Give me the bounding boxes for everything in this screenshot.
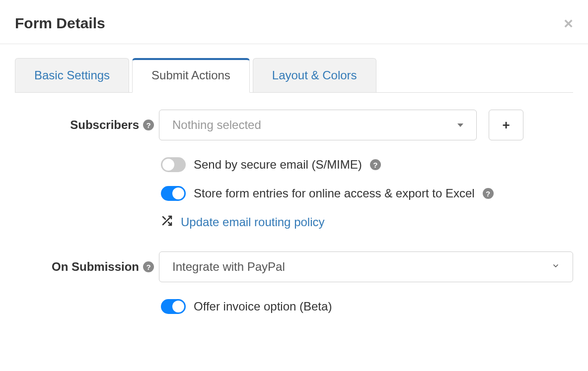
on-submission-row: On Submission ? Integrate with PayPal [15, 251, 573, 282]
add-subscriber-button[interactable]: + [489, 110, 523, 140]
routing-policy-row: Update email routing policy [161, 208, 573, 237]
subscribers-label-text: Subscribers [70, 118, 139, 132]
chevron-down-icon [552, 262, 560, 272]
store-entries-label: Store form entries for online access & e… [194, 186, 475, 200]
store-entries-toggle[interactable] [161, 186, 186, 201]
subscribers-select[interactable]: Nothing selected [159, 110, 477, 140]
tabs: Basic Settings Submit Actions Layout & C… [15, 58, 573, 93]
secure-email-row: Send by secure email (S/MIME) ? [161, 150, 573, 179]
shuffle-icon [161, 215, 173, 230]
close-icon[interactable]: × [564, 15, 573, 31]
modal-title: Form Details [15, 15, 105, 32]
on-submission-label: On Submission ? [15, 260, 159, 274]
help-icon[interactable]: ? [143, 261, 154, 272]
modal-body: Basic Settings Submit Actions Layout & C… [0, 44, 588, 321]
on-submission-controls: Integrate with PayPal [159, 251, 573, 282]
secure-email-toggle[interactable] [161, 157, 186, 172]
on-submission-label-text: On Submission [52, 260, 139, 274]
tab-basic-settings[interactable]: Basic Settings [15, 58, 129, 92]
subscribers-controls: Nothing selected + [159, 110, 573, 140]
caret-down-icon [457, 124, 463, 127]
on-submission-select[interactable]: Integrate with PayPal [159, 251, 573, 282]
help-icon[interactable]: ? [370, 159, 381, 170]
on-submission-select-value: Integrate with PayPal [172, 260, 285, 274]
svg-line-2 [163, 217, 165, 219]
invoice-option-row: Offer invoice option (Beta) [161, 292, 573, 321]
help-icon[interactable]: ? [483, 188, 494, 199]
submit-actions-panel: Subscribers ? Nothing selected + Send by… [15, 93, 573, 321]
subscribers-label: Subscribers ? [15, 118, 159, 132]
help-icon[interactable]: ? [143, 120, 154, 130]
tab-submit-actions[interactable]: Submit Actions [132, 58, 250, 93]
subscribers-select-value: Nothing selected [172, 118, 261, 132]
routing-policy-link[interactable]: Update email routing policy [181, 215, 325, 229]
subscribers-row: Subscribers ? Nothing selected + [15, 110, 573, 140]
invoice-option-label: Offer invoice option (Beta) [194, 300, 332, 313]
tab-layout-colors[interactable]: Layout & Colors [253, 58, 376, 92]
store-entries-row: Store form entries for online access & e… [161, 179, 573, 208]
plus-icon: + [502, 118, 510, 133]
invoice-option-toggle[interactable] [161, 299, 186, 314]
modal-header: Form Details × [0, 0, 588, 44]
secure-email-label: Send by secure email (S/MIME) [194, 158, 362, 172]
